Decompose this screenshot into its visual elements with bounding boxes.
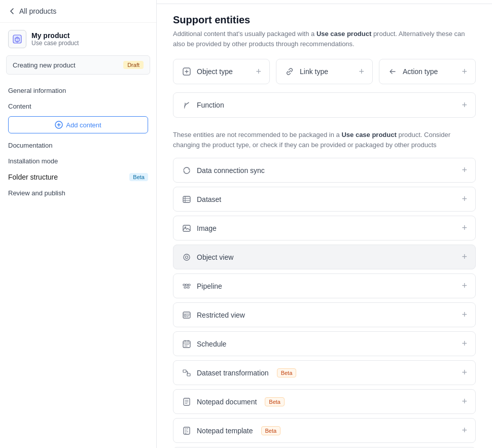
add-notepad-document-button[interactable]: + (462, 396, 467, 407)
data-connection-sync-icon (182, 165, 192, 176)
svg-rect-5 (183, 225, 190, 231)
list-item-notepad-template[interactable]: Notepad template Beta + (173, 418, 476, 443)
add-data-connection-sync-button[interactable]: + (462, 165, 467, 176)
pipeline-label: Pipeline (197, 282, 222, 290)
svg-rect-11 (188, 284, 190, 286)
svg-rect-12 (184, 287, 186, 288)
object-type-icon (182, 66, 192, 77)
list-item-notepad-document[interactable]: Notepad document Beta + (173, 389, 476, 414)
restricted-view-label: Restricted view (197, 311, 245, 319)
dataset-transformation-label: Dataset transformation (197, 369, 269, 377)
back-button[interactable]: All products (0, 0, 156, 23)
dataset-transformation-icon (182, 368, 192, 378)
action-type-icon (388, 66, 398, 77)
entity-cards: Object type + Link type + (157, 59, 492, 92)
add-notepad-template-button[interactable]: + (462, 425, 467, 436)
add-object-view-button[interactable]: + (462, 252, 467, 262)
notepad-document-badge: Beta (265, 397, 285, 406)
sidebar-item-review[interactable]: Review and publish (0, 185, 156, 201)
warning-text: These entities are not recommended to be… (157, 130, 492, 158)
scroll-area-top (157, 0, 492, 4)
plus-circle-icon (55, 121, 63, 129)
add-content-button[interactable]: Add content (8, 116, 148, 133)
add-content-label: Add content (66, 121, 101, 129)
desc-product: Use case product (317, 30, 371, 38)
svg-rect-13 (187, 287, 189, 288)
list-item-data-connection-sync[interactable]: Data connection sync + (173, 158, 476, 183)
add-pipeline-button[interactable]: + (462, 281, 467, 291)
object-view-icon (182, 252, 192, 262)
add-dataset-button[interactable]: + (462, 194, 467, 204)
product-info: My product Use case product (31, 31, 79, 47)
add-schedule-button[interactable]: + (462, 338, 467, 349)
sidebar-item-installation[interactable]: Installation mode (0, 153, 156, 169)
schedule-label: Schedule (197, 340, 226, 348)
list-item-dataset[interactable]: Dataset + (173, 187, 476, 212)
warning-product: Use case product (341, 131, 396, 139)
add-action-type-button[interactable]: + (462, 67, 467, 76)
svg-rect-20 (184, 427, 190, 434)
dataset-transformation-badge: Beta (277, 368, 297, 377)
list-item-restricted-view[interactable]: Restricted view + (173, 302, 476, 327)
notepad-template-icon (182, 426, 192, 436)
dataset-label: Dataset (197, 195, 221, 203)
notepad-document-label: Notepad document (197, 398, 257, 406)
entity-card-action-type[interactable]: Action type + (379, 59, 476, 84)
list-item-pipeline[interactable]: Pipeline + (173, 273, 476, 298)
list-item-image[interactable]: Image + (173, 216, 476, 240)
arrow-left-icon (8, 7, 16, 15)
creating-row: Creating new product Draft (6, 55, 150, 75)
sidebar-item-general[interactable]: General information (0, 83, 156, 98)
svg-point-7 (184, 254, 190, 260)
notepad-template-label: Notepad template (197, 427, 253, 435)
sidebar-item-folder[interactable]: Folder structure Beta (0, 169, 156, 185)
product-name: My product (31, 31, 79, 40)
notepad-template-badge: Beta (261, 426, 281, 435)
add-link-type-button[interactable]: + (359, 67, 364, 76)
dataset-icon (182, 194, 192, 204)
add-dataset-transformation-button[interactable]: + (462, 367, 467, 378)
link-type-icon (285, 66, 295, 77)
cube-icon (12, 33, 23, 45)
notepad-document-icon (182, 397, 192, 407)
svg-rect-9 (183, 284, 185, 286)
object-view-label: Object view (197, 253, 233, 261)
section-title: Support entities (157, 4, 492, 29)
function-row[interactable]: f Function + (173, 92, 476, 118)
add-object-type-button[interactable]: + (256, 67, 261, 76)
image-label: Image (197, 224, 217, 232)
add-function-button[interactable]: + (462, 100, 467, 110)
product-header: My product Use case product (0, 23, 156, 55)
list-item-object-view[interactable]: Object view + (173, 245, 476, 269)
restricted-view-icon (182, 310, 192, 320)
image-icon (182, 223, 192, 233)
back-label: All products (19, 7, 56, 15)
folder-beta-badge: Beta (129, 173, 148, 181)
sidebar-item-documentation[interactable]: Documentation (0, 137, 156, 153)
product-icon (8, 30, 26, 48)
svg-rect-17 (183, 370, 186, 372)
draft-badge: Draft (123, 61, 144, 69)
svg-rect-4 (183, 196, 190, 202)
schedule-icon (182, 339, 192, 349)
svg-text:f: f (184, 103, 186, 109)
section-description: Additional content that's usually packag… (157, 29, 492, 59)
sidebar-nav: General information Content Add content … (0, 75, 156, 209)
add-image-button[interactable]: + (462, 223, 467, 233)
desc-before: Additional content that's usually packag… (173, 30, 317, 38)
list-item-schedule[interactable]: Schedule + (173, 331, 476, 356)
entity-card-object-type-label: Object type (197, 67, 233, 76)
main-content: Support entities Additional content that… (157, 0, 492, 448)
entity-card-action-type-label: Action type (403, 67, 438, 76)
function-icon: f (182, 100, 192, 110)
entity-card-link-type[interactable]: Link type + (276, 59, 373, 84)
function-label: Function (197, 101, 224, 109)
product-type: Use case product (31, 40, 79, 47)
add-restricted-view-button[interactable]: + (462, 309, 467, 320)
list-item-dataset-transformation[interactable]: Dataset transformation Beta + (173, 360, 476, 385)
entity-card-link-type-label: Link type (300, 67, 328, 76)
content-section: Add content (0, 114, 156, 137)
pipeline-icon (182, 281, 192, 291)
creating-text: Creating new product (13, 61, 76, 69)
entity-card-object-type[interactable]: Object type + (173, 59, 270, 84)
